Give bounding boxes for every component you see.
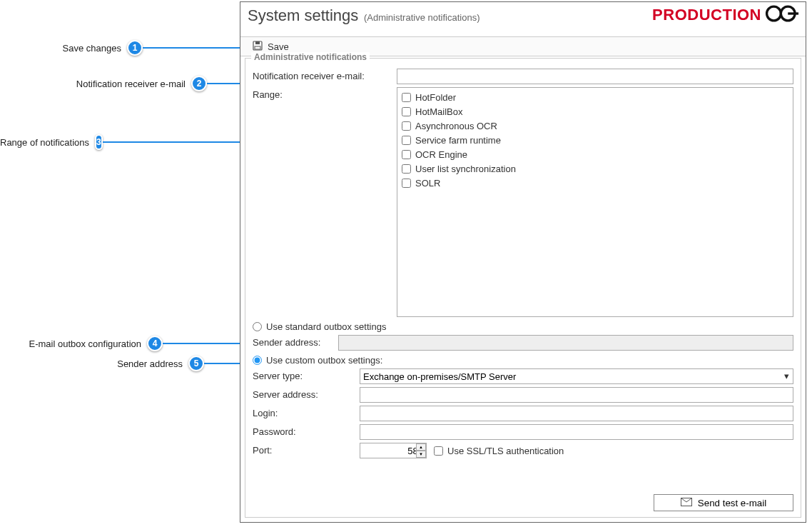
range-item-label: HotFolder	[415, 92, 456, 103]
svg-rect-9	[255, 41, 260, 44]
callout-3-badge: 3	[95, 134, 103, 150]
login-row: Login:	[253, 406, 793, 421]
login-label: Login:	[253, 406, 360, 418]
window-header: System settings (Administrative notifica…	[240, 2, 806, 36]
svg-point-5	[767, 6, 781, 21]
port-row: Port: ▲ ▼ Use SSL/TLS authentication	[253, 443, 793, 458]
callout-4-label: E-mail outbox configuration	[0, 338, 141, 349]
page-subtitle: (Administrative notifications)	[364, 12, 480, 23]
outbox-standard-radio-row[interactable]: Use standard outbox settings	[253, 321, 793, 332]
group-legend: Administrative notifications	[251, 52, 370, 62]
sender-address-input	[338, 335, 793, 351]
range-item-label: User list synchronization	[415, 164, 516, 174]
outbox-custom-label: Use custom outbox settings:	[266, 355, 382, 366]
range-listbox[interactable]: HotFolder HotMailBox Asynchronous OCR Se…	[397, 87, 793, 317]
range-label: Range:	[253, 87, 397, 100]
range-checkbox[interactable]	[402, 164, 411, 174]
outbox-standard-label: Use standard outbox settings	[266, 321, 386, 332]
range-item[interactable]: HotFolder	[402, 91, 788, 104]
callout-5-badge: 5	[188, 356, 204, 371]
callout-5-label: Sender address	[0, 358, 183, 369]
receiver-label: Notification receiver e-mail:	[253, 69, 397, 81]
outbox-custom-radio[interactable]	[253, 356, 262, 365]
callout-4-badge: 4	[147, 336, 163, 351]
callout-2-label: Notification receiver e-mail	[0, 79, 186, 89]
callout-5: Sender address 5	[0, 356, 240, 371]
ssl-checkbox-row[interactable]: Use SSL/TLS authentication	[434, 446, 564, 456]
range-item[interactable]: Asynchronous OCR	[402, 119, 788, 132]
port-up-button[interactable]: ▲	[416, 443, 426, 451]
range-checkbox[interactable]	[402, 93, 411, 102]
callout-2: Notification receiver e-mail 2	[0, 76, 240, 91]
range-row: Range: HotFolder HotMailBox Asynchronous…	[253, 87, 793, 317]
brand-text: PRODUCTION	[652, 6, 761, 24]
range-checkbox[interactable]	[402, 136, 411, 145]
outbox-custom-radio-row[interactable]: Use custom outbox settings:	[253, 355, 793, 366]
range-checkbox[interactable]	[402, 179, 411, 188]
server-type-label: Server type:	[253, 368, 360, 381]
range-item[interactable]: Service farm runtime	[402, 134, 788, 146]
password-row: Password:	[253, 424, 793, 440]
range-item[interactable]: OCR Engine	[402, 148, 788, 161]
callout-1: Save changes 1	[0, 40, 240, 56]
server-type-select[interactable]	[360, 368, 793, 384]
outbox-standard-radio[interactable]	[253, 322, 262, 331]
admin-notifications-group: Administrative notifications Notificatio…	[245, 58, 801, 518]
range-checkbox[interactable]	[402, 150, 411, 159]
server-type-row: Server type: ▾	[253, 368, 793, 384]
range-item-label: Asynchronous OCR	[415, 121, 497, 131]
range-checkbox[interactable]	[402, 121, 411, 131]
callout-3-label: Range of notifications	[0, 137, 89, 148]
password-input[interactable]	[360, 424, 793, 440]
mail-icon	[681, 498, 692, 508]
brand-logo-icon	[764, 4, 800, 26]
sender-label: Sender address:	[253, 335, 338, 348]
svg-rect-10	[255, 46, 260, 49]
range-item-label: SOLR	[415, 178, 440, 189]
port-label: Port:	[253, 443, 360, 456]
settings-window: System settings (Administrative notifica…	[240, 1, 806, 523]
callout-1-badge: 1	[127, 40, 143, 56]
range-item[interactable]: HotMailBox	[402, 105, 788, 118]
page-title: System settings	[248, 6, 358, 25]
callout-3: Range of notifications 3	[0, 134, 240, 150]
server-address-row: Server address:	[253, 387, 793, 403]
range-item-label: OCR Engine	[415, 149, 467, 160]
range-item[interactable]: SOLR	[402, 176, 788, 189]
port-spinner[interactable]: ▲ ▼	[416, 443, 426, 458]
receiver-email-input[interactable]	[397, 69, 793, 84]
save-button-label: Save	[268, 41, 289, 52]
receiver-row: Notification receiver e-mail:	[253, 69, 793, 84]
callout-4: E-mail outbox configuration 4	[0, 336, 240, 351]
ssl-label: Use SSL/TLS authentication	[447, 446, 564, 456]
range-item-label: HotMailBox	[415, 106, 462, 117]
send-test-email-label: Send test e-mail	[698, 498, 766, 508]
callout-2-badge: 2	[191, 76, 207, 91]
send-test-email-button[interactable]: Send test e-mail	[654, 494, 793, 511]
server-address-label: Server address:	[253, 387, 360, 400]
range-checkbox[interactable]	[402, 107, 411, 116]
brand: PRODUCTION	[652, 4, 800, 26]
server-address-input[interactable]	[360, 387, 793, 403]
range-item-label: Service farm runtime	[415, 135, 501, 146]
port-down-button[interactable]: ▼	[416, 451, 426, 458]
range-item[interactable]: User list synchronization	[402, 162, 788, 175]
sender-row: Sender address:	[253, 335, 793, 351]
login-input[interactable]	[360, 406, 793, 421]
save-icon	[252, 40, 263, 54]
password-label: Password:	[253, 424, 360, 437]
callout-1-label: Save changes	[0, 43, 121, 54]
ssl-checkbox[interactable]	[434, 446, 443, 456]
